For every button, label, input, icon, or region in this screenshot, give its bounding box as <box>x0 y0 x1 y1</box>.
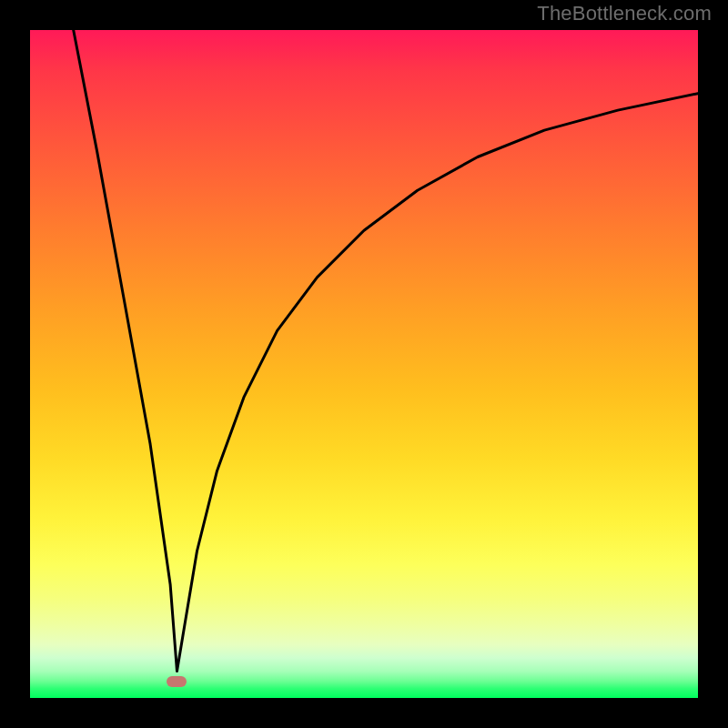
chart-curve <box>30 30 698 698</box>
chart-minimum-marker <box>167 676 187 687</box>
chart-frame: TheBottleneck.com <box>0 0 728 728</box>
curve-path <box>74 30 698 672</box>
chart-plot-area <box>30 30 698 698</box>
watermark-label: TheBottleneck.com <box>537 2 712 25</box>
